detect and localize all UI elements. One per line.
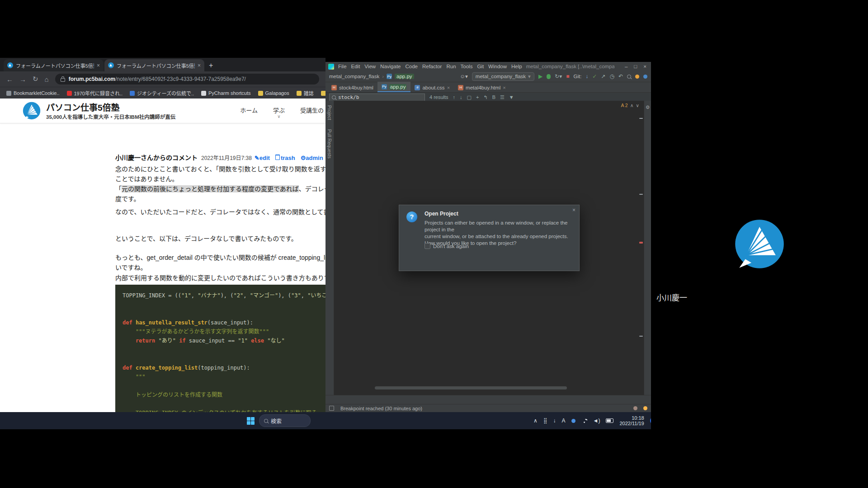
bookmark-item[interactable]: BookmarkletCookie.. bbox=[6, 90, 60, 96]
wifi-icon[interactable] bbox=[581, 419, 587, 423]
tool-window-button[interactable]: Project bbox=[327, 105, 332, 120]
search-everywhere-icon[interactable] bbox=[627, 75, 631, 79]
checkbox-icon[interactable] bbox=[425, 243, 430, 249]
tray-download-icon[interactable]: ↓ bbox=[553, 418, 556, 424]
editor-tab[interactable]: Pyapp.py bbox=[377, 82, 411, 92]
undo-icon[interactable]: ↶ bbox=[618, 74, 623, 79]
editor-tab[interactable]: #about.css× bbox=[410, 83, 454, 92]
settings-icon[interactable] bbox=[635, 75, 639, 79]
minimize-button[interactable]: – bbox=[625, 64, 627, 69]
start-button[interactable] bbox=[247, 417, 255, 425]
tool-window-button[interactable]: Pull Requests bbox=[327, 129, 332, 159]
site-logo-icon[interactable] bbox=[23, 102, 41, 120]
nav-item[interactable]: 学ぶ∨ bbox=[273, 106, 285, 114]
coverage-icon[interactable]: ↻▾ bbox=[555, 74, 562, 79]
dialog-close-icon[interactable]: × bbox=[572, 207, 576, 213]
tab-close-icon[interactable]: × bbox=[447, 85, 450, 90]
run-icon[interactable]: ▶ bbox=[538, 74, 542, 79]
tab-close-icon[interactable]: × bbox=[198, 62, 201, 69]
menu-file[interactable]: File bbox=[338, 64, 347, 69]
taskbar-clock[interactable]: 10:18 2022/11/19 bbox=[619, 415, 644, 427]
site-title[interactable]: パソコン仕事5倍塾 bbox=[46, 101, 120, 113]
bookmark-item[interactable]: PyCharm shortcuts bbox=[201, 90, 251, 96]
comment-line: 内部で利用する関数を動的に変更したいのであればこういう書き方もありですが…。 bbox=[115, 273, 326, 283]
tray-grid-icon[interactable]: ⣿ bbox=[543, 418, 547, 424]
volume-icon[interactable]: ◄) bbox=[593, 418, 600, 424]
menu-view[interactable]: View bbox=[364, 64, 376, 69]
home-icon[interactable]: ⌂ bbox=[45, 75, 49, 83]
url-path: /note/entry/6854092f-23c9-4333-9437-7a25… bbox=[115, 76, 246, 82]
pycharm-titlebar[interactable]: FileEditViewNavigateCodeRefactorRunTools… bbox=[326, 62, 651, 71]
menu-refactor[interactable]: Refactor bbox=[422, 64, 442, 69]
debug-icon[interactable] bbox=[547, 74, 551, 79]
status-notification-icon[interactable] bbox=[633, 406, 637, 410]
browser-tab[interactable]: フォーラムノートパソコン仕事5倍塾× bbox=[104, 59, 204, 71]
reload-icon[interactable]: ↻ bbox=[33, 75, 38, 83]
menu-window[interactable]: Window bbox=[488, 64, 507, 69]
stop-icon[interactable]: ■ bbox=[566, 74, 569, 79]
bookmark-item[interactable]: 雑誌 bbox=[297, 89, 314, 97]
bookmark-item[interactable]: Galapagos bbox=[258, 90, 289, 96]
admin-link[interactable]: ⚙admin bbox=[301, 155, 323, 161]
status-emoji-icon[interactable] bbox=[643, 406, 647, 410]
edit-link[interactable]: ✎edit bbox=[255, 155, 270, 161]
editor-tab[interactable]: Hstock4buy.html bbox=[327, 83, 377, 92]
tray-person-icon[interactable] bbox=[571, 419, 576, 423]
run-config-selector[interactable]: metal_company_flask▾ bbox=[472, 72, 534, 81]
address-bar[interactable]: forum.pc5bai.com/note/entry/6854092f-23c… bbox=[55, 74, 319, 84]
menu-help[interactable]: Help bbox=[511, 64, 522, 69]
user-icon[interactable]: ☺▾ bbox=[460, 73, 468, 80]
error-scroll-mark bbox=[639, 242, 643, 244]
tab-close-icon[interactable]: × bbox=[97, 62, 100, 69]
code-line bbox=[123, 300, 318, 309]
history-icon[interactable]: ◷ bbox=[609, 74, 614, 79]
select-all-matches-icon[interactable]: ▢ bbox=[467, 94, 472, 100]
menu-git[interactable]: Git bbox=[477, 64, 484, 69]
git-push-icon[interactable]: ↗ bbox=[601, 74, 605, 79]
breadcrumb-project[interactable]: metal_company_flask bbox=[329, 74, 379, 79]
trash-link[interactable]: trash bbox=[275, 155, 295, 161]
next-match-icon[interactable]: ↓ bbox=[460, 94, 462, 100]
in-selection-icon[interactable]: ↰ bbox=[483, 94, 487, 100]
filter-icon[interactable]: ▼ bbox=[509, 94, 514, 100]
code-line: def has_nutella_result_str(sauce_input): bbox=[123, 318, 318, 327]
menu-run[interactable]: Run bbox=[446, 64, 456, 69]
nav-item[interactable]: 受講生の bbox=[300, 106, 324, 114]
tray-chevron-icon[interactable]: ∧ bbox=[533, 418, 538, 424]
inspections-widget[interactable]: A 2 ∧ ∨ bbox=[621, 103, 639, 108]
bookmark-item[interactable]: Psychology, Physica.. bbox=[321, 90, 326, 96]
prev-match-icon[interactable]: ↑ bbox=[453, 94, 456, 100]
menu-tools[interactable]: Tools bbox=[461, 64, 473, 69]
dont-ask-again-checkbox[interactable]: Don't ask again bbox=[425, 243, 469, 249]
editor-tab[interactable]: Hmetal4buy.html× bbox=[454, 83, 510, 92]
nav-item[interactable]: ホーム bbox=[240, 106, 258, 114]
stripe-gear-icon[interactable]: ⚙ bbox=[646, 104, 650, 110]
menu-edit[interactable]: Edit bbox=[351, 64, 360, 69]
menu-code[interactable]: Code bbox=[405, 64, 418, 69]
horizontal-scrollbar[interactable] bbox=[375, 386, 567, 389]
git-commit-icon[interactable]: ✓ bbox=[592, 74, 597, 79]
prev-problem-icon[interactable]: ∧ bbox=[630, 103, 634, 108]
bookmark-item[interactable]: 1970年代に録音され.. bbox=[67, 89, 123, 97]
forward-icon[interactable]: → bbox=[19, 75, 26, 83]
add-selection-icon[interactable]: + bbox=[476, 94, 479, 100]
search-input[interactable]: stock/b bbox=[329, 94, 425, 101]
close-button[interactable]: × bbox=[643, 64, 646, 69]
taskbar-search[interactable]: 検索 bbox=[259, 414, 311, 427]
back-icon[interactable]: ← bbox=[6, 75, 13, 83]
ime-indicator[interactable]: A bbox=[562, 418, 566, 424]
breakpoint-mute-icon[interactable] bbox=[329, 406, 334, 411]
bookmark-item[interactable]: ジオシティーズの伝統で.. bbox=[130, 89, 194, 97]
git-update-icon[interactable]: ↓ bbox=[585, 74, 588, 79]
new-tab-button[interactable]: + bbox=[209, 61, 213, 70]
breadcrumb-file[interactable]: app.py bbox=[395, 74, 414, 79]
maximize-button[interactable]: □ bbox=[634, 64, 637, 69]
profiler-icon[interactable] bbox=[643, 75, 647, 79]
battery-icon[interactable] bbox=[606, 418, 613, 423]
browser-tab[interactable]: フォーラムノートパソコン仕事5倍塾× bbox=[4, 59, 104, 71]
match-case-icon[interactable]: B bbox=[492, 94, 495, 100]
search-options-icon[interactable]: ☰ bbox=[500, 94, 505, 100]
next-problem-icon[interactable]: ∨ bbox=[636, 103, 639, 108]
menu-navigate[interactable]: Navigate bbox=[380, 64, 401, 69]
tab-close-icon[interactable]: × bbox=[503, 85, 505, 90]
